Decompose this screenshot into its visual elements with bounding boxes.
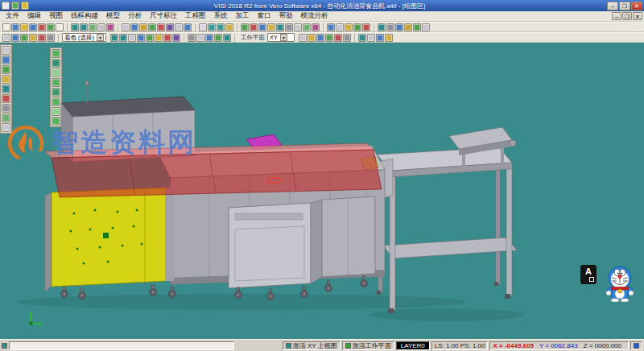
maximize-button[interactable]: ❐	[619, 2, 630, 10]
toolbar-icon-3[interactable]	[137, 34, 145, 42]
toolbar-icon-6[interactable]	[294, 23, 302, 31]
toolbar-icon-0[interactable]	[241, 23, 249, 31]
toolbar-icon-2[interactable]	[89, 23, 97, 31]
toolbar-icon-1[interactable]	[336, 23, 344, 31]
shading-mode-combo[interactable]: 着色 (选择) ▾	[62, 33, 106, 42]
toolbar-icon-6[interactable]	[163, 34, 171, 42]
toolbar-icon-0[interactable]	[122, 23, 130, 31]
toolbar-icon-4[interactable]	[276, 23, 284, 31]
chevron-down-icon[interactable]: ▾	[97, 34, 104, 41]
toolbar-icon-7[interactable]	[184, 23, 192, 31]
toolbar-icon-2[interactable]	[20, 23, 28, 31]
toolbar-icon-4[interactable]	[223, 34, 231, 42]
menu-item-9[interactable]: 加工	[232, 11, 254, 21]
doc-minimize-button[interactable]: –	[612, 12, 621, 20]
toolbar-icon-3[interactable]	[225, 23, 233, 31]
toolbar-icon-2[interactable]	[376, 34, 384, 42]
toolbar-icon-0[interactable]	[358, 34, 366, 42]
toolbar-icon-2[interactable]	[217, 23, 225, 31]
toolbar-icon-2[interactable]	[345, 23, 353, 31]
toolbar-icon-4[interactable]	[334, 34, 342, 42]
toolbar-icon-3[interactable]	[404, 23, 412, 31]
menu-item-12[interactable]: 模流分析	[297, 11, 332, 21]
toolbar-icon-6[interactable]	[56, 23, 64, 31]
toolbar-icon-0[interactable]	[110, 34, 118, 42]
toolbar-icon-5[interactable]	[166, 23, 174, 31]
toolbar-icon-2[interactable]	[139, 23, 147, 31]
workplane-combo[interactable]: XY ▾	[267, 33, 295, 42]
chevron-down-icon[interactable]: ▾	[280, 34, 287, 41]
toolbar-icon-1[interactable]	[11, 23, 19, 31]
toolbar-icon-4[interactable]	[413, 23, 421, 31]
menu-item-7[interactable]: 工程图	[181, 11, 210, 21]
toolbar-icon-4[interactable]	[38, 23, 46, 31]
toolbar-icon-3[interactable]	[267, 23, 275, 31]
units-indicator[interactable]	[630, 341, 642, 350]
menu-item-2[interactable]: 视图	[45, 11, 67, 21]
toolbar-icon-0[interactable]	[188, 34, 196, 42]
toolbar-icon-4[interactable]	[106, 23, 114, 31]
toolbar-icon-3[interactable]	[29, 34, 37, 42]
toolbar-icon-0[interactable]	[2, 34, 10, 42]
toolbar-icon-2[interactable]	[128, 34, 136, 42]
machine-model[interactable]	[0, 43, 644, 339]
toolbar-icon-0[interactable]	[199, 23, 207, 31]
toolbar-icon-7[interactable]	[172, 34, 180, 42]
menu-item-3[interactable]: 线框构建	[67, 11, 102, 21]
toolbar-icon-1[interactable]	[196, 34, 204, 42]
minimize-button[interactable]: –	[607, 2, 618, 10]
layer-indicator[interactable]: LAYER0	[396, 341, 430, 350]
toolbar-icon-2[interactable]	[395, 23, 403, 31]
toolbar-icon-1[interactable]	[119, 34, 127, 42]
toolbar-icon-5[interactable]	[47, 34, 55, 42]
toolbar-icon-1[interactable]	[386, 23, 394, 31]
toolbar-icon-0[interactable]	[327, 23, 335, 31]
close-button[interactable]: ✕	[631, 2, 642, 10]
menu-item-1[interactable]: 编辑	[23, 11, 45, 21]
toolbar-icon-3[interactable]	[325, 34, 333, 42]
toolbar-icon-1[interactable]	[130, 23, 138, 31]
toolbar-icon-2[interactable]	[316, 34, 324, 42]
toolbar-icon-4[interactable]	[362, 23, 370, 31]
toolbar-icon-0[interactable]	[378, 23, 386, 31]
toolbar-icon-1[interactable]	[11, 34, 19, 42]
toolbar-icon-4[interactable]	[146, 34, 154, 42]
toolbar-icon-3[interactable]	[148, 23, 156, 31]
toolbar-icon-1[interactable]	[308, 34, 316, 42]
toolbar-icon-1[interactable]	[80, 23, 88, 31]
toolbar-icon-5[interactable]	[155, 34, 163, 42]
toolbar-icon-6[interactable]	[175, 23, 183, 31]
toolbar-icon-2[interactable]	[205, 34, 213, 42]
toolbar-icon-5[interactable]	[47, 23, 55, 31]
toolbar-icon-0[interactable]	[2, 2, 10, 10]
workplane-indicator[interactable]: 激活工作平面	[342, 341, 394, 350]
toolbar-icon-1[interactable]	[367, 34, 375, 42]
toolbar-icon-0[interactable]	[299, 34, 307, 42]
toolbar-icon-2[interactable]	[20, 34, 28, 42]
menu-item-5[interactable]: 分析	[124, 11, 146, 21]
menu-item-6[interactable]: 尺寸标注	[146, 11, 181, 21]
viewport-3d[interactable]: 智造资料网 A	[0, 43, 644, 339]
toolbar-icon-1[interactable]	[208, 23, 216, 31]
toolbar-icon-3[interactable]	[353, 23, 361, 31]
doc-close-button[interactable]: ✕	[633, 12, 642, 20]
toolbar-icon-3[interactable]	[214, 34, 222, 42]
menu-item-10[interactable]: 窗口	[254, 11, 275, 21]
toolbar-icon-8[interactable]	[312, 23, 320, 31]
view-indicator[interactable]: 激活 XY 上视图	[283, 341, 341, 350]
toolbar-icon-0[interactable]	[2, 23, 10, 31]
toolbar-icon-2[interactable]	[21, 2, 29, 10]
toolbar-icon-5[interactable]	[343, 34, 351, 42]
toolbar-icon-5[interactable]	[422, 23, 430, 31]
toolbar-icon-2[interactable]	[258, 23, 266, 31]
prompt-field[interactable]	[9, 341, 234, 350]
toolbar-icon-1[interactable]	[11, 2, 19, 10]
toolbar-icon-7[interactable]	[303, 23, 311, 31]
toolbar-icon-4[interactable]	[157, 23, 165, 31]
menu-item-11[interactable]: 帮助	[275, 11, 297, 21]
toolbar-icon-3[interactable]	[385, 34, 393, 42]
menu-item-0[interactable]: 文件	[2, 11, 23, 21]
toolbar-icon-3[interactable]	[29, 23, 37, 31]
toolbar-icon-1[interactable]	[250, 23, 258, 31]
menu-item-8[interactable]: 系统	[210, 11, 232, 21]
